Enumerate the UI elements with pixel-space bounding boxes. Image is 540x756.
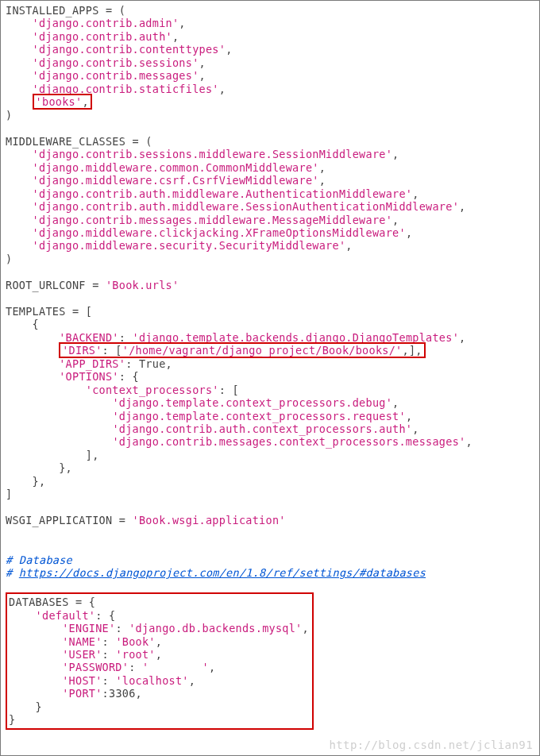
comment-db: # Database bbox=[6, 554, 72, 566]
app-3: 'django.contrib.sessions' bbox=[33, 56, 199, 69]
mw-4: 'django.contrib.auth.middleware.SessionA… bbox=[33, 200, 459, 213]
mw-0: 'django.contrib.sessions.middleware.Sess… bbox=[33, 148, 392, 160]
middleware-head: MIDDLEWARE_CLASSES = ( bbox=[6, 135, 152, 148]
wsgi-key: WSGI_APPLICATION = bbox=[6, 514, 133, 526]
db-port-val: 3306 bbox=[109, 687, 136, 700]
db-host-val: 'localhost' bbox=[115, 674, 188, 687]
mw-6: 'django.middleware.clickjacking.XFrameOp… bbox=[33, 226, 406, 239]
appdirs-key: 'APP_DIRS' bbox=[59, 357, 125, 370]
options-key: 'OPTIONS' bbox=[59, 370, 119, 383]
tpl-close-3: }, bbox=[6, 475, 45, 488]
ctx-2: 'django.contrib.auth.context_processors.… bbox=[112, 422, 412, 435]
ctx-3: 'django.contrib.messages.context_process… bbox=[112, 435, 465, 448]
db-name-val: 'Book' bbox=[115, 635, 155, 648]
db-close-inner: } bbox=[9, 700, 42, 713]
context-key: 'context_processors' bbox=[86, 384, 219, 396]
mw-5: 'django.contrib.messages.middleware.Mess… bbox=[33, 214, 392, 226]
db-user-key: 'USER' bbox=[62, 648, 102, 661]
mw-7: 'django.middleware.security.SecurityMidd… bbox=[33, 239, 346, 252]
app-1: 'django.contrib.auth' bbox=[33, 30, 172, 43]
db-port-key: 'PORT' bbox=[62, 687, 102, 700]
db-host-key: 'HOST' bbox=[62, 674, 102, 687]
app-2: 'django.contrib.contenttypes' bbox=[33, 43, 226, 56]
watermark: http://blog.csdn.net/jclian91 bbox=[329, 739, 533, 752]
databases-highlight: DATABASES = { 'default': { 'ENGINE': 'dj… bbox=[6, 592, 314, 730]
app-0: 'django.contrib.admin' bbox=[33, 17, 179, 29]
ctx-0: 'django.template.context_processors.debu… bbox=[112, 396, 392, 409]
templates-head: TEMPLATES = [ bbox=[6, 305, 92, 318]
dirs-val: '/home/vagrant/django_project/Book/books… bbox=[122, 344, 403, 357]
db-head: DATABASES = { bbox=[9, 596, 95, 608]
code-frame: INSTALLED_APPS = ( 'django.contrib.admin… bbox=[0, 0, 540, 756]
dirs-highlight: 'DIRS': ['/home/vagrant/django_project/B… bbox=[59, 342, 426, 358]
installed-apps-close: ) bbox=[6, 109, 12, 122]
tpl-close-4: ] bbox=[6, 488, 12, 500]
db-engine-val: 'django.db.backends.mysql' bbox=[129, 622, 302, 634]
tpl-close-1: ], bbox=[6, 449, 99, 461]
db-close: } bbox=[9, 713, 15, 726]
mw-1: 'django.middleware.common.CommonMiddlewa… bbox=[33, 161, 319, 174]
wsgi-val: 'Book.wsgi.application' bbox=[133, 514, 286, 526]
app-books: 'books' bbox=[36, 95, 83, 108]
comment-url-prefix: # bbox=[6, 566, 19, 579]
tpl-close-2: }, bbox=[6, 461, 72, 474]
db-engine-key: 'ENGINE' bbox=[62, 622, 115, 634]
app-4: 'django.contrib.messages' bbox=[33, 69, 199, 82]
installed-apps-head: INSTALLED_APPS = ( bbox=[6, 4, 125, 17]
books-highlight: 'books', bbox=[33, 94, 92, 110]
root-urlconf-val: 'Book.urls' bbox=[106, 279, 179, 291]
code-block: INSTALLED_APPS = ( 'django.contrib.admin… bbox=[6, 4, 534, 730]
comment-url: https://docs.djangoproject.com/en/1.8/re… bbox=[19, 566, 426, 579]
appdirs-val: True bbox=[139, 357, 166, 370]
mw-2: 'django.middleware.csrf.CsrfViewMiddlewa… bbox=[33, 174, 319, 187]
db-pass-key: 'PASSWORD' bbox=[62, 661, 129, 673]
mw-3: 'django.contrib.auth.middleware.Authenti… bbox=[33, 187, 413, 200]
dirs-key: 'DIRS' bbox=[62, 344, 102, 357]
root-urlconf-key: ROOT_URLCONF = bbox=[6, 279, 106, 291]
db-name-key: 'NAME' bbox=[62, 635, 102, 648]
db-pass-val: ' ' bbox=[142, 661, 209, 673]
ctx-1: 'django.template.context_processors.requ… bbox=[112, 410, 406, 422]
middleware-close: ) bbox=[6, 253, 12, 265]
db-user-val: 'root' bbox=[115, 648, 155, 661]
templates-open: { bbox=[6, 318, 39, 330]
db-default-key: 'default' bbox=[36, 609, 96, 622]
